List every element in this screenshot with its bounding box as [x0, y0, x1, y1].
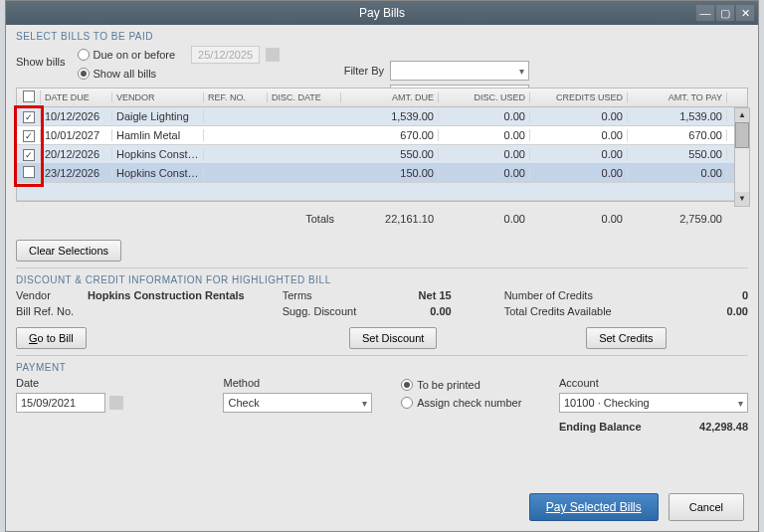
table-scrollbar[interactable]: ▲ ▼	[734, 107, 750, 207]
clear-selections-button[interactable]: Clear Selections	[16, 240, 121, 262]
row-checkbox[interactable]: ✓	[23, 111, 35, 123]
th-disc-date[interactable]: DISC. DATE	[268, 92, 341, 102]
scroll-up-arrow[interactable]: ▲	[735, 108, 749, 122]
method-dropdown[interactable]: Check	[223, 393, 372, 413]
table-row[interactable]: ✓ 10/12/2026 Daigle Lighting 1,539.00 0.…	[17, 107, 747, 126]
ending-balance-label: Ending Balance	[559, 421, 642, 433]
table-row[interactable]: ✓ 20/12/2026 Hopkins Constr... 550.00 0.…	[17, 145, 747, 164]
maximize-button[interactable]: ▢	[716, 5, 734, 21]
th-date[interactable]: DATE DUE	[41, 92, 112, 102]
account-dropdown[interactable]: 10100 · Checking	[559, 393, 748, 413]
totals-label: Totals	[267, 213, 340, 225]
calendar-icon[interactable]	[266, 48, 280, 62]
pay-selected-bills-button[interactable]: Pay Selected Bills	[529, 493, 659, 521]
payment-date-input[interactable]: 15/09/2021	[16, 393, 105, 413]
radio-due-on-before[interactable]	[78, 49, 90, 61]
table-row[interactable]: ✓ 10/01/2027 Hamlin Metal 670.00 0.00 0.…	[17, 126, 747, 145]
terms-value: Net 15	[382, 289, 452, 301]
window-title: Pay Bills	[359, 6, 405, 20]
disc-info-header: DISCOUNT & CREDIT INFORMATION FOR HIGHLI…	[16, 274, 748, 285]
th-pay[interactable]: AMT. TO PAY	[628, 92, 727, 102]
show-bills-label: Show bills	[16, 56, 66, 68]
scroll-down-arrow[interactable]: ▼	[735, 192, 749, 206]
totals-disc-used: 0.00	[438, 213, 529, 225]
th-ref[interactable]: REF. NO.	[204, 92, 268, 102]
num-credits-value: 0	[644, 289, 748, 301]
radio-due-label: Due on or before	[94, 49, 176, 61]
table-row[interactable]: 23/12/2026 Hopkins Constr... 150.00 0.00…	[17, 164, 747, 183]
totals-credits: 0.00	[529, 213, 627, 225]
select-all-checkbox[interactable]	[23, 90, 35, 102]
totals-pay: 2,759.00	[627, 213, 726, 225]
radio-show-all-label: Show all bills	[94, 68, 157, 80]
go-to-bill-button[interactable]: Go to Bill	[16, 327, 87, 349]
account-label: Account	[559, 377, 748, 389]
radio-to-be-printed[interactable]	[401, 379, 413, 391]
filter-by-label: Filter By	[334, 65, 384, 77]
th-credits[interactable]: CREDITS USED	[530, 92, 628, 102]
row-checkbox[interactable]	[23, 166, 35, 178]
bills-table: DATE DUE VENDOR REF. NO. DISC. DATE AMT.…	[16, 88, 748, 202]
sugg-disc-value: 0.00	[382, 305, 452, 317]
payment-header: PAYMENT	[16, 362, 748, 373]
total-credits-value: 0.00	[644, 305, 748, 317]
radio-show-all[interactable]	[78, 68, 90, 80]
close-button[interactable]: ✕	[736, 5, 754, 21]
ending-balance-value: 42,298.48	[699, 421, 748, 433]
minimize-button[interactable]: —	[696, 5, 714, 21]
set-discount-button[interactable]: Set Discount	[349, 327, 437, 349]
payment-date-label: Date	[16, 377, 223, 389]
method-label: Method	[223, 377, 401, 389]
scroll-thumb[interactable]	[735, 122, 749, 148]
set-credits-button[interactable]: Set Credits	[586, 327, 666, 349]
filter-by-dropdown[interactable]	[390, 61, 529, 81]
pay-bills-window: Pay Bills — ▢ ✕ SELECT BILLS TO BE PAID …	[5, 0, 759, 532]
th-disc-used[interactable]: DISC. USED	[439, 92, 530, 102]
row-checkbox[interactable]: ✓	[23, 130, 35, 142]
radio-assign-check[interactable]	[401, 397, 413, 409]
cancel-button[interactable]: Cancel	[668, 493, 744, 521]
due-date-input[interactable]: 25/12/2025	[191, 46, 260, 64]
titlebar: Pay Bills — ▢ ✕	[6, 1, 758, 25]
th-amt-due[interactable]: AMT. DUE	[341, 92, 439, 102]
vendor-value: Hopkins Construction Rentals	[88, 289, 245, 301]
totals-amt-due: 22,161.10	[340, 213, 438, 225]
table-row-empty	[17, 183, 747, 201]
select-bills-header: SELECT BILLS TO BE PAID	[16, 31, 748, 42]
row-checkbox[interactable]: ✓	[23, 149, 35, 161]
th-vendor[interactable]: VENDOR	[112, 92, 204, 102]
calendar-icon[interactable]	[109, 396, 123, 410]
